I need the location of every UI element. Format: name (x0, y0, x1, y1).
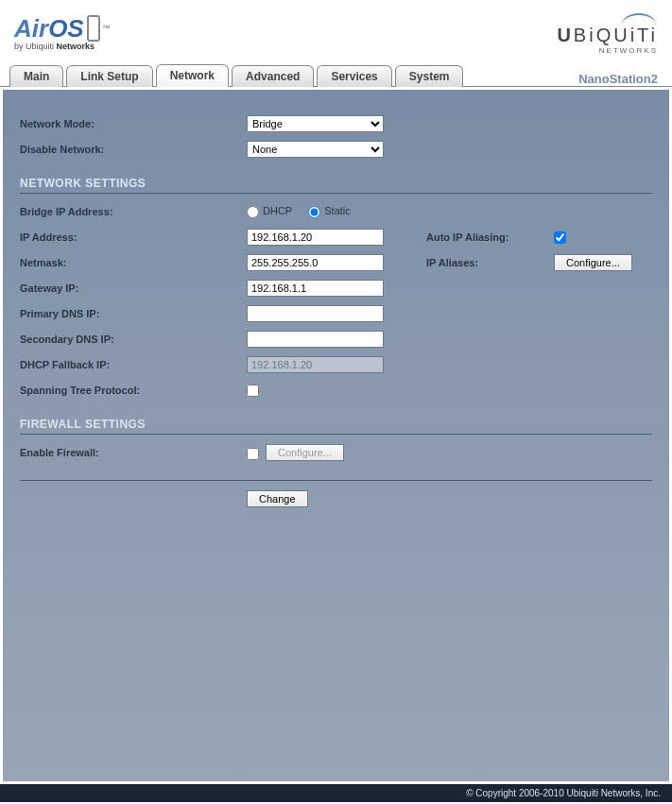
primary-dns-label: Primary DNS IP: (20, 308, 247, 319)
ip-address-input[interactable] (247, 229, 384, 246)
divider (20, 480, 652, 481)
gateway-label: Gateway IP: (20, 282, 247, 294)
tab-main[interactable]: Main (9, 65, 63, 87)
logo-air: Air (14, 14, 48, 43)
ip-aliases-configure-button[interactable]: Configure... (554, 254, 632, 271)
netmask-label: Netmask: (20, 257, 247, 268)
logo-device-icon (87, 15, 100, 42)
enable-firewall-checkbox[interactable] (247, 448, 259, 460)
device-name: NanoStation2 (578, 72, 663, 86)
stp-label: Spanning Tree Protocol: (20, 385, 247, 396)
dhcp-radio[interactable] (247, 206, 259, 218)
tab-network[interactable]: Network (156, 64, 229, 87)
airos-logo: AirOS ™ by Ubiquiti Networks (14, 14, 111, 51)
header: AirOS ™ by Ubiquiti Networks UBiQUiTi NE… (0, 0, 672, 61)
static-radio[interactable] (308, 206, 320, 218)
logo-tm: ™ (102, 24, 111, 33)
logo-byline: by Ubiquiti Networks (14, 42, 111, 51)
tab-services[interactable]: Services (317, 65, 391, 87)
tab-advanced[interactable]: Advanced (232, 65, 314, 87)
ip-address-label: IP Address: (20, 231, 247, 243)
disable-network-label: Disable Network: (20, 144, 247, 155)
tab-system[interactable]: System (395, 65, 464, 87)
auto-ip-alias-checkbox[interactable] (554, 231, 566, 244)
firewall-title: FIREWALL SETTINGS (20, 418, 652, 435)
gateway-input[interactable] (247, 280, 384, 297)
dhcp-radio-label[interactable]: DHCP (247, 205, 292, 216)
content-panel: Network Mode: Bridge Disable Network: No… (3, 90, 669, 781)
network-mode-select[interactable]: Bridge (247, 115, 384, 132)
company-sub: NETWORKS (557, 46, 658, 55)
secondary-dns-input[interactable] (247, 331, 384, 348)
netmask-input[interactable] (247, 254, 384, 271)
dhcp-fallback-input (247, 356, 384, 373)
primary-dns-input[interactable] (247, 305, 384, 322)
stp-checkbox[interactable] (247, 385, 259, 397)
footer-copyright: © Copyright 2006-2010 Ubiquiti Networks,… (0, 784, 672, 802)
enable-firewall-label: Enable Firewall: (20, 447, 247, 458)
bridge-ip-label: Bridge IP Address: (20, 206, 247, 217)
company-name: UBiQUiTi (557, 25, 658, 46)
auto-ip-alias-label: Auto IP Aliasing: (426, 231, 554, 243)
tabs: Main Link Setup Network Advanced Service… (0, 61, 672, 86)
network-mode-label: Network Mode: (20, 118, 247, 129)
disable-network-select[interactable]: None (247, 141, 384, 158)
firewall-configure-button: Configure... (266, 444, 344, 461)
antenna-icon (620, 10, 658, 25)
logo-os: OS (48, 14, 84, 43)
secondary-dns-label: Secondary DNS IP: (20, 334, 247, 345)
tab-link-setup[interactable]: Link Setup (66, 65, 152, 87)
dhcp-fallback-label: DHCP Fallback IP: (20, 359, 247, 370)
change-button[interactable]: Change (247, 490, 308, 507)
ubiquiti-logo: UBiQUiTi NETWORKS (557, 10, 658, 55)
static-radio-label[interactable]: Static (308, 205, 351, 216)
network-settings-title: NETWORK SETTINGS (20, 177, 652, 194)
ip-aliases-label: IP Aliases: (426, 257, 554, 268)
